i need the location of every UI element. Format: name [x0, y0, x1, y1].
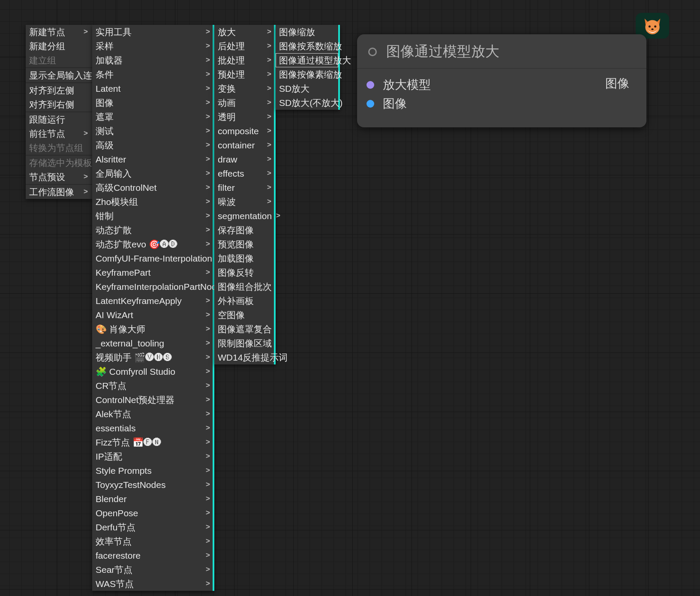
menu-item[interactable]: 采样> — [92, 39, 213, 53]
menu-item[interactable]: 放大> — [214, 25, 274, 39]
menu-item[interactable]: 变换> — [214, 81, 274, 96]
menu-item[interactable]: 透明> — [214, 110, 274, 124]
menu-item[interactable]: 动态扩散> — [92, 223, 213, 237]
menu-item[interactable]: LatentKeyframeApply> — [92, 294, 213, 308]
node-header[interactable]: 图像通过模型放大 — [357, 34, 646, 69]
menu-item-label: 动态扩散evo 🎯🅐🅓 — [96, 239, 178, 249]
menu-item[interactable]: 批处理> — [214, 53, 274, 67]
menu-item[interactable]: 实用工具> — [92, 25, 213, 39]
svg-point-1 — [649, 25, 651, 27]
menu-item[interactable]: 后处理> — [214, 39, 274, 53]
menu-item[interactable]: 钳制> — [92, 209, 213, 223]
menu-item[interactable]: 加载图像> — [214, 251, 274, 265]
menu-item[interactable]: Blender> — [92, 492, 213, 506]
menu-item[interactable]: 节点预设> — [26, 170, 92, 184]
menu-item[interactable]: WAS节点> — [92, 577, 213, 591]
port-input-upscale-model[interactable] — [367, 81, 374, 89]
menu-item[interactable]: Style Prompts> — [92, 464, 213, 478]
node-body: 放大模型 图像 图像 — [357, 69, 646, 120]
chevron-right-icon: > — [206, 367, 210, 376]
menu-item[interactable]: ComfyUI-Frame-Interpolation> — [92, 251, 213, 265]
menu-item[interactable]: ToyxyzTestNodes> — [92, 478, 213, 492]
node-input-row-2[interactable]: 图像 — [367, 94, 637, 113]
menu-item[interactable]: 空图像> — [214, 308, 274, 322]
menu-item[interactable]: draw> — [214, 152, 274, 166]
menu-item[interactable]: 前往节点> — [26, 126, 92, 141]
menu-item[interactable]: _external_tooling> — [92, 336, 213, 350]
menu-item[interactable]: 图像遮罩复合> — [214, 322, 274, 336]
menu-item[interactable]: segmentation> — [214, 209, 274, 223]
menu-item[interactable]: composite> — [214, 124, 274, 138]
node-card[interactable]: 图像通过模型放大 放大模型 图像 图像 — [357, 34, 646, 127]
menu-item: 转换为节点组> — [26, 141, 92, 155]
menu-item[interactable]: 图像缩放> — [276, 25, 338, 39]
menu-item[interactable]: effects> — [214, 166, 274, 181]
menu-item[interactable]: 测试> — [92, 124, 213, 138]
menu-item[interactable]: 保存图像> — [214, 223, 274, 237]
node-input-row-1[interactable]: 放大模型 — [367, 75, 637, 94]
menu-item[interactable]: 预览图像> — [214, 237, 274, 251]
menu-item[interactable]: Latent> — [92, 81, 213, 96]
menu-item[interactable]: essentials> — [92, 421, 213, 435]
context-menu-level-4[interactable]: 图像缩放>图像按系数缩放>图像通过模型放大>图像按像素缩放>SD放大>SD放大(… — [276, 25, 340, 110]
menu-item[interactable]: 图像组合批次> — [214, 280, 274, 294]
context-menu-level-3[interactable]: 放大>后处理>批处理>预处理>变换>动画>透明>composite>contai… — [214, 25, 276, 364]
menu-item[interactable]: 图像按系数缩放> — [276, 39, 338, 53]
chevron-right-icon: > — [206, 70, 210, 78]
menu-item-label: 预览图像 — [218, 239, 254, 249]
menu-item[interactable]: Sear节点> — [92, 563, 213, 577]
menu-item[interactable]: 效率节点> — [92, 534, 213, 548]
menu-item[interactable]: IP适配> — [92, 449, 213, 464]
menu-item[interactable]: 🧩 Comfyroll Studio> — [92, 364, 213, 379]
menu-item[interactable]: Alsritter> — [92, 152, 213, 166]
menu-item[interactable]: SD放大(不放大)> — [276, 96, 338, 110]
chevron-right-icon: > — [206, 113, 210, 121]
menu-item[interactable]: facerestore> — [92, 548, 213, 563]
menu-item[interactable]: 工作流图像> — [26, 185, 92, 199]
menu-item[interactable]: WD14反推提示词> — [214, 350, 274, 364]
menu-item[interactable]: 限制图像区域> — [214, 336, 274, 350]
menu-item-label: 条件 — [96, 69, 114, 79]
menu-item[interactable]: 图像> — [92, 96, 213, 110]
menu-item[interactable]: ControlNet预处理器> — [92, 393, 213, 407]
menu-item[interactable]: container> — [214, 138, 274, 152]
menu-item[interactable]: 新建节点> — [26, 25, 92, 39]
menu-item[interactable]: Fizz节点 📅🅕🅝> — [92, 435, 213, 449]
menu-item[interactable]: filter> — [214, 181, 274, 195]
menu-item[interactable]: 图像按像素缩放> — [276, 67, 338, 81]
menu-item[interactable]: 显示全局输入连线> — [26, 68, 92, 82]
menu-item[interactable]: 高级ControlNet> — [92, 181, 213, 195]
menu-item[interactable]: 动画> — [214, 96, 274, 110]
menu-item[interactable]: 视频助手 🎬🅥🅗🅢> — [92, 350, 213, 364]
menu-item[interactable]: 新建分组> — [26, 39, 92, 53]
menu-item[interactable]: 跟随运行> — [26, 112, 92, 126]
menu-item[interactable]: 条件> — [92, 67, 213, 81]
menu-item[interactable]: 预处理> — [214, 67, 274, 81]
menu-item[interactable]: Derfu节点> — [92, 520, 213, 534]
menu-item[interactable]: 加载器> — [92, 53, 213, 67]
menu-item[interactable]: 对齐到左侧> — [26, 83, 92, 97]
menu-item[interactable]: 动态扩散evo 🎯🅐🅓> — [92, 237, 213, 251]
menu-item[interactable]: Alek节点> — [92, 407, 213, 421]
menu-item[interactable]: Zho模块组> — [92, 195, 213, 209]
menu-item[interactable]: 噪波> — [214, 195, 274, 209]
menu-item[interactable]: 高级> — [92, 138, 213, 152]
menu-item[interactable]: OpenPose> — [92, 506, 213, 520]
menu-item[interactable]: 遮罩> — [92, 110, 213, 124]
context-menu-level-1[interactable]: 新建节点>新建分组>建立组>显示全局输入连线>对齐到左侧>对齐到右侧>跟随运行>… — [26, 25, 92, 199]
menu-item[interactable]: CR节点> — [92, 379, 213, 393]
menu-item[interactable]: SD放大> — [276, 81, 338, 96]
menu-item[interactable]: 全局输入> — [92, 166, 213, 181]
node-collapse-dot[interactable] — [368, 48, 377, 56]
menu-item[interactable]: KeyframePart> — [92, 265, 213, 280]
context-menu-level-2[interactable]: 实用工具>采样>加载器>条件>Latent>图像>遮罩>测试>高级>Alsrit… — [92, 25, 214, 591]
port-input-image[interactable] — [367, 100, 374, 108]
menu-item[interactable]: 图像反转> — [214, 265, 274, 280]
menu-item[interactable]: 对齐到右侧> — [26, 97, 92, 111]
menu-item[interactable]: AI WizArt> — [92, 308, 213, 322]
menu-item[interactable]: 🎨 肖像大师> — [92, 322, 213, 336]
node-output-row-1[interactable]: 图像 — [605, 75, 637, 92]
menu-item[interactable]: KeyframeInterpolationPartNode> — [92, 280, 213, 294]
menu-item[interactable]: 外补画板> — [214, 294, 274, 308]
menu-item[interactable]: 图像通过模型放大> — [276, 53, 338, 67]
